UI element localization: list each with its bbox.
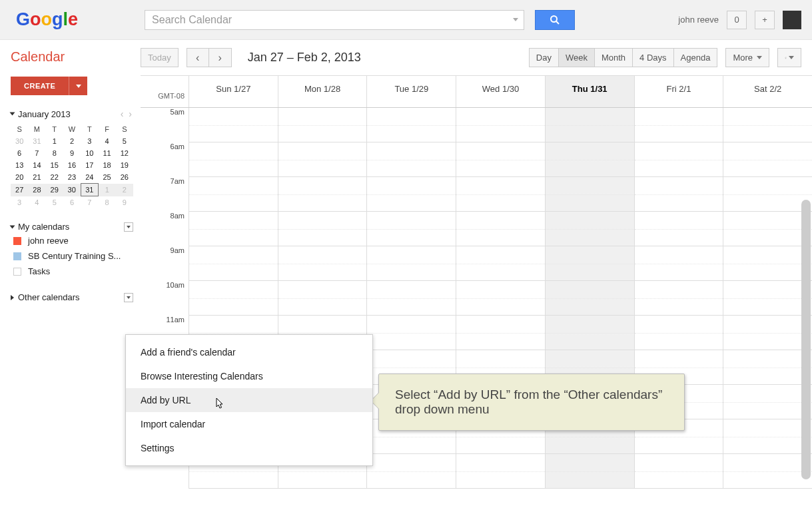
day-header[interactable]: Fri 2/1 [634, 76, 723, 107]
hour-cell[interactable] [278, 246, 367, 281]
mini-day[interactable]: 23 [63, 171, 81, 184]
hour-cell[interactable] [456, 316, 545, 350]
settings-button[interactable] [777, 48, 801, 67]
mini-day[interactable]: 22 [46, 171, 63, 184]
next-button[interactable]: › [209, 48, 232, 67]
hour-cell[interactable] [635, 142, 723, 177]
mini-day[interactable]: 27 [11, 184, 28, 196]
other-calendars-options-button[interactable] [124, 293, 133, 302]
hour-cell[interactable] [189, 142, 278, 177]
notifications-button[interactable]: 0 [727, 11, 747, 29]
day-header[interactable]: Sat 2/2 [723, 76, 812, 107]
day-column[interactable] [366, 108, 456, 489]
day-header[interactable]: Mon 1/28 [278, 76, 367, 107]
mini-day[interactable]: 15 [46, 159, 63, 171]
search-button[interactable] [535, 10, 575, 30]
chevron-down-icon[interactable] [10, 113, 15, 116]
mini-day[interactable]: 8 [98, 196, 115, 209]
hour-cell[interactable] [278, 212, 367, 246]
mini-day[interactable]: 25 [98, 171, 115, 184]
mini-day[interactable]: 17 [81, 159, 98, 171]
hour-cell[interactable] [723, 350, 812, 385]
mini-day[interactable]: 7 [81, 196, 98, 209]
mini-day[interactable]: 5 [46, 196, 63, 209]
mini-day[interactable]: 8 [46, 147, 63, 159]
scrollbar[interactable] [801, 200, 811, 479]
hour-cell[interactable] [635, 281, 723, 316]
hour-cell[interactable] [456, 454, 545, 489]
calendar-item[interactable]: john reeve [11, 233, 133, 248]
mini-day[interactable]: 4 [28, 196, 45, 209]
hour-cell[interactable] [635, 454, 723, 489]
mini-day[interactable]: 13 [11, 159, 28, 171]
hour-cell[interactable] [456, 212, 545, 246]
hour-cell[interactable] [723, 142, 812, 177]
mini-day[interactable]: 14 [28, 159, 45, 171]
mini-day[interactable]: 2 [116, 184, 133, 196]
hour-cell[interactable] [546, 212, 634, 246]
day-header[interactable]: Sun 1/27 [189, 76, 278, 107]
create-button[interactable]: CREATE [11, 77, 69, 95]
hour-cell[interactable] [723, 385, 812, 419]
mini-day[interactable]: 31 [81, 184, 98, 196]
hour-cell[interactable] [723, 108, 812, 142]
mini-day[interactable]: 2 [63, 135, 81, 147]
hour-cell[interactable] [635, 177, 723, 212]
hour-cell[interactable] [367, 212, 456, 246]
hour-cell[interactable] [189, 177, 278, 212]
google-logo[interactable]: Google [16, 9, 78, 30]
day-header[interactable]: Thu 1/31 [545, 76, 634, 107]
hour-cell[interactable] [278, 108, 367, 142]
view-week-button[interactable]: Week [559, 48, 595, 67]
hour-cell[interactable] [723, 316, 812, 350]
menu-item[interactable]: Browse Interesting Calendars [126, 364, 372, 388]
mini-day[interactable]: 16 [63, 159, 81, 171]
day-column[interactable] [456, 108, 545, 489]
mini-day[interactable]: 20 [11, 171, 28, 184]
hour-cell[interactable] [546, 316, 634, 350]
mini-day[interactable]: 7 [28, 147, 45, 159]
search-input[interactable]: Search Calendar [145, 10, 524, 30]
mini-day[interactable]: 1 [46, 135, 63, 147]
share-button[interactable]: + [755, 11, 775, 29]
hour-cell[interactable] [723, 246, 812, 281]
create-dropdown-button[interactable] [69, 77, 87, 95]
menu-item[interactable]: Settings [126, 436, 372, 460]
hour-cell[interactable] [189, 281, 278, 316]
hour-cell[interactable] [456, 177, 545, 212]
mini-day[interactable]: 1 [98, 184, 115, 196]
mini-day[interactable]: 30 [63, 184, 81, 196]
hour-cell[interactable] [278, 281, 367, 316]
hour-cell[interactable] [189, 108, 278, 142]
hour-cell[interactable] [723, 177, 812, 212]
hour-cell[interactable] [367, 316, 456, 350]
mini-day[interactable]: 9 [116, 196, 133, 209]
hour-cell[interactable] [635, 212, 723, 246]
hour-cell[interactable] [456, 142, 545, 177]
prev-button[interactable]: ‹ [187, 48, 209, 67]
search-options-dropdown-icon[interactable] [513, 18, 518, 21]
view-agenda-button[interactable]: Agenda [674, 48, 718, 67]
mini-day[interactable]: 21 [28, 171, 45, 184]
hour-cell[interactable] [723, 281, 812, 316]
mini-day[interactable]: 9 [63, 147, 81, 159]
menu-item[interactable]: Import calendar [126, 412, 372, 436]
day-column[interactable] [545, 108, 634, 489]
day-column[interactable] [634, 108, 723, 489]
avatar[interactable] [783, 11, 801, 29]
hour-cell[interactable] [367, 108, 456, 142]
mini-day[interactable]: 30 [11, 135, 28, 147]
calendar-item[interactable]: SB Century Training S... [11, 248, 133, 264]
mini-day[interactable]: 3 [11, 196, 28, 209]
mini-prev-button[interactable]: ‹ [121, 109, 124, 119]
hour-cell[interactable] [546, 108, 634, 142]
mini-next-button[interactable]: › [129, 109, 132, 119]
hour-cell[interactable] [635, 108, 723, 142]
hour-cell[interactable] [189, 246, 278, 281]
mini-day[interactable]: 29 [46, 184, 63, 196]
mini-day[interactable]: 11 [98, 147, 115, 159]
hour-cell[interactable] [635, 246, 723, 281]
view-day-button[interactable]: Day [529, 48, 559, 67]
more-button[interactable]: More [725, 48, 769, 67]
hour-cell[interactable] [723, 419, 812, 454]
